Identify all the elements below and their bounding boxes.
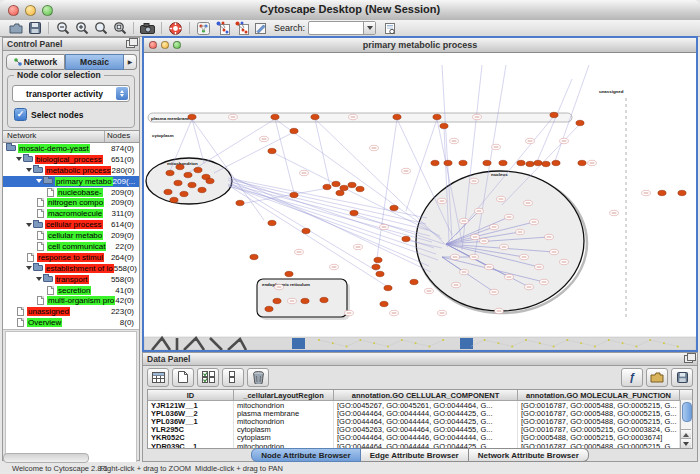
- import-attributes-button[interactable]: [232, 21, 251, 36]
- vizmapper-button[interactable]: [194, 21, 213, 36]
- network-canvas[interactable]: plasma membrane cytoplasm mitochondrion …: [144, 53, 696, 350]
- tree-item-biological-process[interactable]: biological_process651(0): [3, 154, 139, 165]
- new-attribute-button[interactable]: [172, 368, 194, 387]
- zoom-in-button[interactable]: [72, 21, 91, 36]
- tree-item-cellular-metabo[interactable]: cellular metabo209(0): [3, 230, 139, 241]
- float-panel-icon[interactable]: [126, 40, 135, 48]
- tab-mosaic[interactable]: Mosaic: [65, 54, 124, 70]
- network-column-header[interactable]: Network: [3, 131, 105, 142]
- select-nodes-label: Select nodes: [31, 110, 83, 120]
- tree-item-node-count: 558(0): [111, 275, 139, 284]
- save-session-button[interactable]: [25, 21, 44, 36]
- import-table-icon: [650, 372, 664, 383]
- tree-item-node-count: 209(...: [113, 177, 139, 186]
- import-network-button[interactable]: [213, 21, 232, 36]
- status-bar: Welcome to Cytoscape 2.8.1Right-click + …: [0, 462, 700, 474]
- tree-item-establishment-of-lo[interactable]: establishment of lo558(0): [3, 263, 139, 274]
- folder-icon: [23, 156, 33, 162]
- network-view-window: primary metabolic process plasma membran…: [142, 36, 698, 352]
- network-file-icon: [37, 296, 44, 305]
- tree-item-secretion[interactable]: secretion41(0): [3, 285, 139, 296]
- chevron-up-icon: [120, 90, 124, 93]
- tree-item-label: transport: [55, 275, 89, 284]
- unified-list-button[interactable]: [222, 368, 244, 387]
- export-table-button[interactable]: [671, 368, 693, 387]
- tree-item-cellular-process[interactable]: cellular process614(0): [3, 219, 139, 230]
- tab-network-attribute-browser[interactable]: Network Attribute Browser: [469, 448, 589, 462]
- scrollbar-thumb[interactable]: [682, 402, 692, 422]
- tree-item-label: primary metabo: [55, 177, 113, 186]
- tree-item-transport[interactable]: transport558(0): [3, 274, 139, 285]
- scroll-down-button[interactable]: [681, 438, 691, 448]
- formula-button[interactable]: ƒ: [621, 368, 643, 387]
- tab-edge-attribute-browser[interactable]: Edge Attribute Browser: [361, 448, 469, 462]
- tab-overflow-button[interactable]: ▶: [124, 54, 137, 70]
- table-scrollbar[interactable]: [680, 400, 692, 448]
- column-header-cellularlayoutregion[interactable]: _cellularLayoutRegion: [234, 390, 334, 400]
- toolbar-separator: [189, 22, 190, 34]
- folder-icon: [6, 145, 16, 151]
- tree-item-nucleobase[interactable]: nucleobase-209(0): [3, 187, 139, 198]
- window-title: Cytoscape Desktop (New Session): [0, 3, 700, 15]
- delete-attribute-button[interactable]: [197, 368, 219, 387]
- network-window-titlebar[interactable]: primary metabolic process: [144, 38, 696, 53]
- tree-item-mosaic-demo-yeast[interactable]: mosaic-demo-yeast874(0): [3, 143, 139, 154]
- open-icon: [9, 23, 23, 34]
- tree-item-multi-organism-pro[interactable]: multi-organism pro42(0): [3, 295, 139, 306]
- search-dropdown-button[interactable]: [363, 22, 375, 34]
- control-panel-title: Control Panel: [7, 39, 62, 49]
- zoom-fit-button[interactable]: [110, 21, 129, 36]
- tree-item-primary-metabo[interactable]: primary metabo209(...: [3, 176, 139, 187]
- tree-item-cell-communicat[interactable]: cell communicat22(0): [3, 241, 139, 252]
- nodes-column-header[interactable]: Nodes: [105, 131, 139, 142]
- color-attribute-dropdown[interactable]: transporter activity: [12, 85, 130, 102]
- network-tree: mosaic-demo-yeast874(0)biological_proces…: [3, 143, 139, 330]
- help-button[interactable]: [166, 21, 185, 36]
- network-file-icon: [47, 188, 54, 197]
- tree-item-node-count: 42(0): [115, 296, 139, 305]
- tree-item-overview[interactable]: Overview8(0): [3, 317, 139, 328]
- expand-arrow-icon[interactable]: [26, 266, 32, 270]
- annotation-button[interactable]: [251, 21, 270, 36]
- tree-item-metabolic-process[interactable]: metabolic process280(0): [3, 165, 139, 176]
- expand-arrow-icon[interactable]: [26, 168, 32, 172]
- import-network-icon: [216, 21, 230, 35]
- zoom-fit-icon: [113, 21, 127, 35]
- tree-item-label: cellular metabo: [47, 231, 103, 240]
- zoom-selected-icon: [94, 21, 108, 35]
- tree-item-macromolecule[interactable]: macromolecule311(0): [3, 208, 139, 219]
- search-input[interactable]: [308, 21, 376, 35]
- zoom-out-button[interactable]: [53, 21, 72, 36]
- attribute-table[interactable]: ID_cellularLayoutRegionannotation.GO CEL…: [147, 389, 693, 449]
- toolbar-separator: [48, 22, 49, 34]
- expand-arrow-icon[interactable]: [36, 179, 42, 183]
- expand-arrow-icon[interactable]: [36, 277, 42, 281]
- float-panel-icon[interactable]: [684, 355, 693, 363]
- column-header-annotation-go-molecular-function[interactable]: annotation.GO MOLECULAR_FUNCTION: [518, 390, 680, 400]
- tree-item-label: secretion: [57, 286, 91, 295]
- zoom-out-icon: [56, 21, 70, 35]
- tab-node-attribute-browser[interactable]: Node Attribute Browser: [251, 448, 361, 462]
- open-session-button[interactable]: [6, 21, 25, 36]
- tree-item-label: nitrogen compo: [47, 198, 104, 207]
- chevron-down-icon: [367, 26, 373, 30]
- select-nodes-checkbox[interactable]: ✓: [14, 108, 27, 121]
- expand-arrow-icon[interactable]: [16, 157, 22, 161]
- import-table-button[interactable]: [646, 368, 668, 387]
- blue-square: [292, 338, 305, 349]
- attribute-select-button[interactable]: [147, 368, 169, 387]
- network-file-icon: [37, 198, 44, 207]
- zoom-selected-button[interactable]: [91, 21, 110, 36]
- trash-button[interactable]: [247, 368, 269, 387]
- tab-network[interactable]: Network: [6, 54, 65, 70]
- snapshot-button[interactable]: [138, 21, 157, 36]
- column-header-annotation-go-cellular-component[interactable]: annotation.GO CELLULAR_COMPONENT: [334, 390, 518, 400]
- tree-item-nitrogen-compo[interactable]: nitrogen compo209(0): [3, 197, 139, 208]
- tree-item-response-to-stimul[interactable]: response to stimul264(0): [3, 252, 139, 263]
- expand-arrow-icon[interactable]: [26, 223, 32, 227]
- configure-search-button[interactable]: [380, 21, 399, 36]
- tree-item-unassigned[interactable]: unassigned223(0): [3, 306, 139, 317]
- column-header-id[interactable]: ID: [148, 390, 234, 400]
- chevron-down-icon: [683, 442, 689, 446]
- data-panel-header: Data Panel: [143, 353, 697, 366]
